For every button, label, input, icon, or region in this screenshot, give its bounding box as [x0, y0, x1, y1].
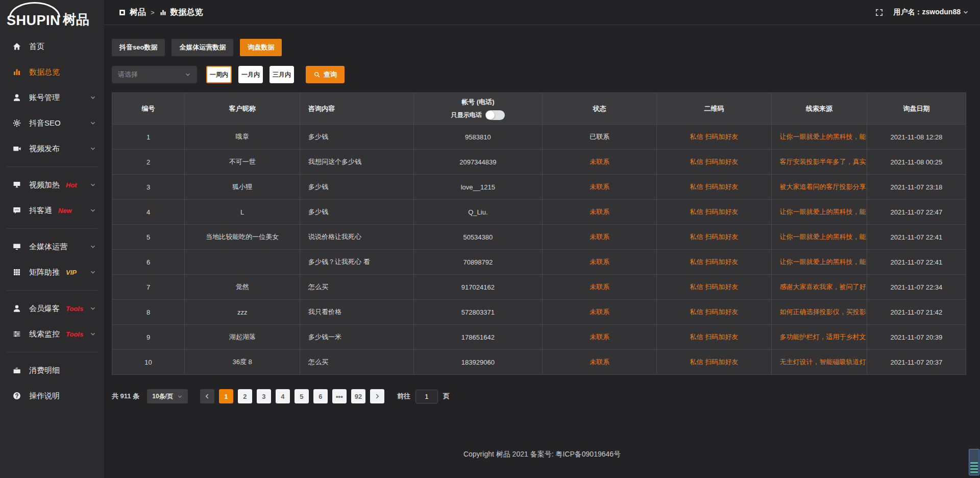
status-text: 未联系: [590, 333, 609, 341]
scan-add-friend-link[interactable]: 扫码加好友: [705, 308, 738, 316]
lead-source-link[interactable]: 如何正确选择投影仪，买投影...: [780, 308, 867, 316]
lead-source-link[interactable]: 无主灯设计，智能磁吸轨道灯...: [780, 358, 867, 366]
lead-source-link[interactable]: 让你一眼就爱上的黑科技，能...: [780, 258, 867, 266]
sidebar-item-omni-media-operation[interactable]: 全媒体运营: [0, 234, 104, 259]
goto-page-input[interactable]: [415, 390, 438, 403]
scan-add-friend-link[interactable]: 扫码加好友: [705, 333, 738, 341]
sidebar-item-operation-guide[interactable]: 操作说明: [0, 383, 104, 409]
app: SHUPIN 树品 首页数据总览账号管理抖音SEO视频发布视频加热Hot抖客通N…: [0, 0, 980, 478]
lead-source-link[interactable]: 让你一眼就爱上的黑科技，能...: [780, 133, 867, 140]
col-account: 帐号 (电话) 只显示电话: [413, 93, 543, 125]
sidebar-item-member-blast[interactable]: 会员爆客Tools: [0, 296, 104, 321]
next-page-button[interactable]: [370, 389, 384, 403]
tab-omni-media-data[interactable]: 全媒体运营数据: [172, 39, 233, 56]
chevron-left-icon: [204, 393, 210, 399]
tab-inquiry-data[interactable]: 询盘数据: [240, 39, 282, 56]
qrcode-cell: 私信 扫码加好友: [657, 350, 771, 375]
col-number: 编号: [112, 93, 185, 125]
lead-source-link[interactable]: 被大家追着问的客厅投影分享...: [780, 183, 867, 190]
private-message-link[interactable]: 私信: [690, 233, 703, 241]
col-content: 咨询内容: [300, 93, 414, 125]
lead-source-link[interactable]: 让你一眼就爱上的黑科技，能...: [780, 208, 867, 216]
wallet-icon: [12, 366, 21, 375]
status-cell: 已联系: [543, 125, 657, 150]
private-message-link[interactable]: 私信: [690, 158, 703, 165]
table-row: 7 觉然 怎么买 917024162 未联系 私信 扫码加好友 感谢大家喜欢我家…: [112, 275, 966, 300]
sidebar-item-video-heating[interactable]: 视频加热Hot: [0, 172, 104, 198]
fullscreen-icon[interactable]: [875, 8, 884, 17]
breadcrumb-page[interactable]: 数据总览: [159, 7, 203, 18]
row-number: 7: [112, 275, 185, 300]
sidebar-item-douketong[interactable]: 抖客通New: [0, 198, 104, 223]
tab-douyin-seo-data[interactable]: 抖音seo数据: [112, 39, 165, 56]
scan-add-friend-link[interactable]: 扫码加好友: [705, 258, 738, 266]
inquiry-content: 我想问这个多少钱: [300, 150, 414, 175]
sidebar-item-expense-details[interactable]: 消费明细: [0, 357, 104, 383]
time-button-one-month[interactable]: 一月内: [238, 66, 263, 83]
scan-add-friend-link[interactable]: 扫码加好友: [705, 233, 738, 241]
pagination-page-4[interactable]: 4: [276, 389, 290, 403]
scan-add-friend-link[interactable]: 扫码加好友: [705, 133, 738, 140]
lead-source-link[interactable]: 感谢大家喜欢我家，被问了好...: [780, 283, 867, 291]
private-message-link[interactable]: 私信: [690, 208, 703, 216]
account-value: love__1215: [413, 175, 543, 200]
sidebar-item-matrix-boost[interactable]: 矩阵助推VIP: [0, 259, 104, 285]
sidebar-item-video-publish[interactable]: 视频发布: [0, 136, 104, 161]
status-text: 未联系: [590, 258, 609, 266]
sidebar-item-data-overview[interactable]: 数据总览: [0, 59, 104, 85]
scan-add-friend-link[interactable]: 扫码加好友: [705, 158, 738, 165]
pagination-page-2[interactable]: 2: [238, 389, 252, 403]
pagination-page-3[interactable]: 3: [257, 389, 271, 403]
sidebar-item-home[interactable]: 首页: [0, 34, 104, 59]
pagination-ellipsis[interactable]: •••: [332, 389, 347, 403]
pagination-page-5[interactable]: 5: [295, 389, 309, 403]
status-text: 未联系: [590, 158, 609, 165]
customer-nickname: 36度 8: [185, 350, 300, 375]
scan-add-friend-link[interactable]: 扫码加好友: [705, 358, 738, 366]
search-button-label: 查询: [324, 70, 337, 79]
private-message-link[interactable]: 私信: [690, 183, 703, 190]
private-message-link[interactable]: 私信: [690, 258, 703, 266]
account-select[interactable]: 请选择: [112, 66, 197, 83]
table-row: 8 zzz 我只看价格 572803371 未联系 私信 扫码加好友 如何正确选…: [112, 300, 966, 325]
private-message-link[interactable]: 私信: [690, 283, 703, 291]
private-message-link[interactable]: 私信: [690, 308, 703, 316]
account-value: 917024162: [413, 275, 543, 300]
scan-add-friend-link[interactable]: 扫码加好友: [705, 208, 738, 216]
private-message-link[interactable]: 私信: [690, 333, 703, 341]
user-dropdown[interactable]: 用户名：zswodun88: [894, 8, 969, 17]
sidebar-item-douyin-seo[interactable]: 抖音SEO: [0, 110, 104, 136]
private-message-link[interactable]: 私信: [690, 358, 703, 366]
lead-source-link[interactable]: 多功能护栏灯，适用于乡村文...: [780, 333, 867, 341]
lead-source-link[interactable]: 让你一眼就爱上的黑科技，能...: [780, 233, 867, 241]
time-button-three-months[interactable]: 三月内: [270, 66, 294, 83]
sidebar-item-label: 首页: [29, 42, 44, 52]
footer: Copyright 树品 2021 备案号: 粤ICP备09019646号: [104, 431, 980, 478]
floating-widget[interactable]: [969, 449, 979, 475]
private-message-link[interactable]: 私信: [690, 133, 703, 140]
member-icon: [12, 304, 21, 313]
lead-cell: 客厅安装投影半年多了，真实...: [771, 150, 867, 175]
status-cell: 未联系: [543, 350, 657, 375]
customer-nickname: [185, 250, 300, 275]
sidebar-item-lead-monitoring[interactable]: 线索监控Tools: [0, 321, 104, 347]
brand-logo[interactable]: SHUPIN 树品: [0, 0, 104, 34]
pagination-page-1[interactable]: 1: [219, 389, 233, 403]
pagination-page-92[interactable]: 92: [351, 389, 365, 403]
inquiry-date: 2021-11-07 22:47: [867, 200, 966, 225]
sidebar-item-account-management[interactable]: 账号管理: [0, 85, 104, 110]
breadcrumb-app[interactable]: 树品: [118, 7, 146, 18]
prev-page-button[interactable]: [200, 389, 214, 403]
scan-add-friend-link[interactable]: 扫码加好友: [705, 283, 738, 291]
phone-only-toggle[interactable]: [485, 110, 505, 120]
lead-source-link[interactable]: 客厅安装投影半年多了，真实...: [780, 158, 867, 165]
pagination-page-6[interactable]: 6: [313, 389, 328, 403]
time-range-buttons: 一周内一月内三月内: [206, 66, 301, 83]
search-button[interactable]: 查询: [306, 66, 345, 83]
table-row: 9 湖起湖落 多少钱一米 178651642 未联系 私信 扫码加好友 多功能护…: [112, 325, 966, 350]
time-button-one-week[interactable]: 一周内: [206, 66, 232, 83]
logo-text-cn: 树品: [63, 11, 89, 29]
scan-add-friend-link[interactable]: 扫码加好友: [705, 183, 738, 190]
sidebar-item-label: 账号管理: [29, 93, 60, 103]
page-size-select[interactable]: 10条/页: [147, 389, 188, 403]
